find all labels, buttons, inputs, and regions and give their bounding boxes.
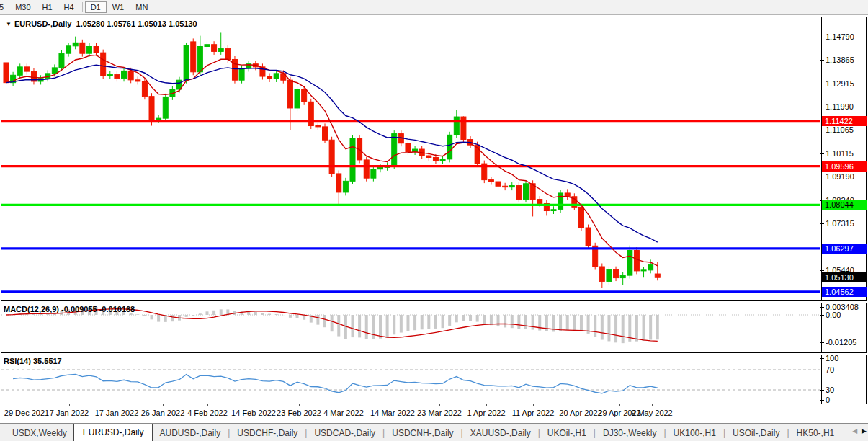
candle-up xyxy=(524,184,529,200)
candle-down xyxy=(308,102,313,125)
date-label: 20 Apr 2022 xyxy=(559,409,601,417)
candle-down xyxy=(496,182,501,186)
candle-down xyxy=(142,81,147,97)
candle-up xyxy=(156,118,161,119)
candle-down xyxy=(225,48,231,59)
date-tick xyxy=(163,404,164,406)
candle-down xyxy=(316,126,321,127)
price-tick-label: 1.10115 xyxy=(826,149,854,158)
price-tick-label: 1.12915 xyxy=(826,79,854,88)
rsi-tick-label-tick xyxy=(820,358,824,359)
rsi-tick-label: 100 xyxy=(826,354,838,362)
date-tick xyxy=(533,404,534,406)
macd-tick-label-tick xyxy=(820,342,824,343)
candle-down xyxy=(433,157,438,160)
date-tick xyxy=(581,404,581,406)
candle-up xyxy=(184,45,189,80)
candle-up xyxy=(371,169,376,178)
candle-down xyxy=(578,207,583,228)
candle-down xyxy=(586,228,591,246)
candle-down xyxy=(364,160,369,178)
candle-down xyxy=(101,53,106,76)
date-label: 14 Feb 2022 xyxy=(231,409,276,417)
candle-up xyxy=(52,68,57,74)
candle-down xyxy=(302,89,307,102)
candle-down xyxy=(516,186,522,200)
price-tick-label: 1.07315 xyxy=(826,219,854,228)
candle-up xyxy=(620,275,625,277)
price-tick-label-tick xyxy=(820,130,824,130)
candle-down xyxy=(94,46,99,53)
candle-up xyxy=(239,68,244,80)
candle-down xyxy=(406,143,411,152)
candle-up xyxy=(343,181,348,192)
date-label: 23 Feb 2022 xyxy=(277,409,321,417)
level-price-badge-1.08044: 1.08044 xyxy=(822,200,867,210)
candle-up xyxy=(641,270,646,271)
candle-up xyxy=(607,270,612,281)
candle-up xyxy=(295,89,300,108)
rsi-value: 35.5517 xyxy=(33,357,62,365)
macd-tick-label-tick xyxy=(820,315,824,316)
date-label: 7 Jan 2022 xyxy=(50,409,89,417)
date-tick xyxy=(619,404,620,406)
candle-up xyxy=(66,46,71,53)
rsi-tick-label: 30 xyxy=(826,386,834,394)
candle-up xyxy=(350,139,355,182)
candle-down xyxy=(503,186,508,187)
candle-up xyxy=(205,45,210,47)
price-tick-label: 1.14790 xyxy=(826,32,854,41)
rsi-tick-label-tick xyxy=(820,400,824,401)
rsi-tick-label-tick xyxy=(820,390,824,391)
macd-tick-label-tick xyxy=(820,307,824,308)
candle-up xyxy=(509,186,514,187)
candle-down xyxy=(149,97,154,120)
date-tick xyxy=(117,404,117,406)
price-tick-label: 1.11990 xyxy=(826,102,854,111)
macd-name: MACD(12,26,9) xyxy=(4,305,59,313)
candle-down xyxy=(614,270,619,277)
date-tick xyxy=(344,404,344,406)
candle-down xyxy=(655,274,660,277)
candle-down xyxy=(24,67,30,71)
price-chart-canvas[interactable] xyxy=(0,0,868,441)
candle-down xyxy=(80,43,85,53)
price-tick-label-tick xyxy=(820,270,824,271)
level-price-badge-1.04562: 1.04562 xyxy=(822,287,867,297)
price-tick-label-tick xyxy=(820,107,824,107)
candle-down xyxy=(128,71,133,79)
candle-up xyxy=(377,167,382,169)
date-label: 14 Mar 2022 xyxy=(370,409,415,417)
candle-up xyxy=(627,251,632,276)
rsi-tick-label-tick xyxy=(820,370,824,370)
symbol-dropdown-icon[interactable]: ▼ xyxy=(6,21,12,27)
price-tick-label-tick xyxy=(820,37,824,37)
candle-up xyxy=(558,193,563,210)
macd-tick-label: -0.01205 xyxy=(826,338,856,347)
candle-down xyxy=(323,127,328,140)
candle-down xyxy=(287,80,292,108)
price-tick-label-tick xyxy=(820,60,824,61)
date-tick xyxy=(27,404,27,406)
candle-up xyxy=(122,71,127,78)
candle-up xyxy=(86,46,91,53)
current-price-badge: 1.05130 xyxy=(822,272,867,282)
date-tick xyxy=(652,404,653,406)
candle-up xyxy=(392,134,397,166)
rsi-line xyxy=(13,375,658,393)
chart-title: ▼EURUSD-,Daily 1.05280 1.05761 1.05013 1… xyxy=(6,19,197,28)
date-tick xyxy=(486,404,487,406)
candle-up xyxy=(274,74,279,79)
date-tick xyxy=(254,404,254,406)
candle-up xyxy=(413,149,418,151)
date-label: 9 May 2022 xyxy=(631,409,672,417)
date-label: 26 Jan 2022 xyxy=(141,409,185,417)
candle-up xyxy=(197,46,202,71)
rsi-label: RSI(14) 35.5517 xyxy=(4,357,62,365)
date-label: 23 Mar 2022 xyxy=(417,409,462,417)
mt4-window: 5M30H1H4D1W1MN ▼EURUSD-,Daily 1.05280 1.… xyxy=(0,0,868,441)
rsi-tick-label: 70 xyxy=(826,365,834,374)
date-tick xyxy=(393,404,393,406)
price-tick-label: 1.09190 xyxy=(826,172,854,181)
date-label: 1 Apr 2022 xyxy=(467,409,505,417)
